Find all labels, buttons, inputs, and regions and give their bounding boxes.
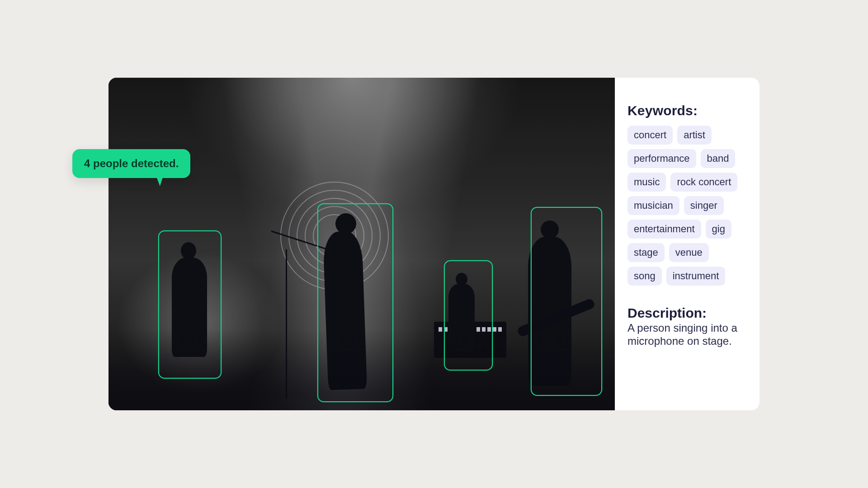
keyword-tag[interactable]: song <box>627 267 662 286</box>
keyword-tag[interactable]: entertainment <box>627 220 701 239</box>
description-text: A person singing into a microphone on st… <box>627 322 745 348</box>
keyword-tag[interactable]: instrument <box>666 267 726 286</box>
keyword-tag[interactable]: music <box>627 173 666 192</box>
result-card: 4 people detected. Keywords: concertarti… <box>108 78 760 410</box>
keyword-tag[interactable]: performance <box>627 149 696 168</box>
silhouette-person-1-head <box>181 242 196 259</box>
detection-callout-text: 4 people detected. <box>84 157 179 169</box>
keyword-tag[interactable]: venue <box>669 243 709 262</box>
stage-floor-shadow <box>108 329 615 410</box>
keyword-tag[interactable]: rock concert <box>670 173 737 192</box>
keyword-tag[interactable]: musician <box>627 196 679 215</box>
silhouette-person-4-head <box>541 221 559 239</box>
keyword-tag[interactable]: gig <box>706 220 731 239</box>
info-panel: Keywords: concertartistperformancebandmu… <box>615 78 760 410</box>
description-heading: Description: <box>627 305 747 321</box>
keyword-tag[interactable]: concert <box>627 126 673 145</box>
keywords-heading: Keywords: <box>627 103 747 118</box>
keyword-tag[interactable]: band <box>701 149 736 168</box>
detection-callout: 4 people detected. <box>72 149 190 178</box>
keyword-tag[interactable]: stage <box>627 243 665 262</box>
image-pane <box>108 78 615 410</box>
keyword-tag[interactable]: singer <box>684 196 724 215</box>
keyword-tag-list: concertartistperformancebandmusicrock co… <box>627 126 747 286</box>
keyword-tag[interactable]: artist <box>677 126 712 145</box>
